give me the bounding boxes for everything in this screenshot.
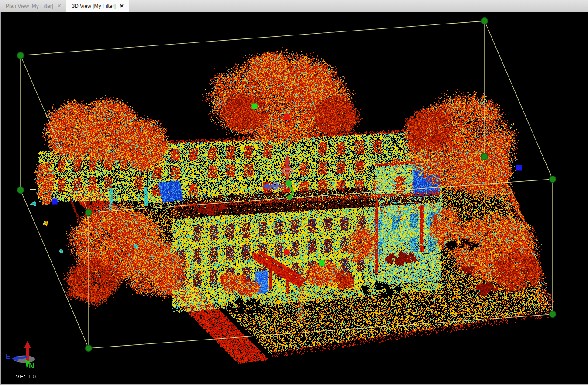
bbox-corner-handle-fbr[interactable] xyxy=(550,311,556,318)
bbox-face-handle-top[interactable] xyxy=(284,114,290,120)
application-window: { "tabs": [ {"label": "Plan View [My Fil… xyxy=(0,0,588,385)
bbox-face-handle-back[interactable] xyxy=(252,104,258,109)
bbox-face-handle-bottom[interactable] xyxy=(284,250,290,255)
bbox-corner-handle-btl[interactable] xyxy=(17,52,24,59)
tab-close-icon[interactable]: ✕ xyxy=(57,3,61,8)
bbox-corner-handle-ftr[interactable] xyxy=(550,176,556,183)
tab-label: Plan View [My Filter] xyxy=(6,3,53,9)
gizmo-center-sphere[interactable] xyxy=(285,180,292,186)
point-cloud-canvas[interactable] xyxy=(0,0,588,385)
bbox-corner-handle-bbr[interactable] xyxy=(481,153,488,160)
view-tab-3d[interactable]: 3D View [My Filter]✕ xyxy=(66,0,129,12)
bbox-corner-handle-ftl[interactable] xyxy=(86,209,92,216)
vertical-exaggeration-label: VE: 1.0 xyxy=(16,373,36,380)
view-tab-bar: Plan View [My Filter]✕3D View [My Filter… xyxy=(0,0,588,12)
view-tab-plan[interactable]: Plan View [My Filter]✕ xyxy=(0,0,66,12)
bbox-face-handle-left[interactable] xyxy=(52,199,58,205)
bbox-corner-handle-btr[interactable] xyxy=(481,18,488,24)
bbox-corner-handle-bbl[interactable] xyxy=(17,187,24,194)
bbox-corner-handle-fbl[interactable] xyxy=(86,345,92,352)
gizmo-north-sphere[interactable] xyxy=(287,195,292,200)
bbox-face-handle-right[interactable] xyxy=(516,165,522,171)
bbox-face-handle-front[interactable] xyxy=(319,260,325,266)
tab-label: 3D View [My Filter] xyxy=(72,3,115,9)
tab-close-icon[interactable]: ✕ xyxy=(120,3,124,9)
